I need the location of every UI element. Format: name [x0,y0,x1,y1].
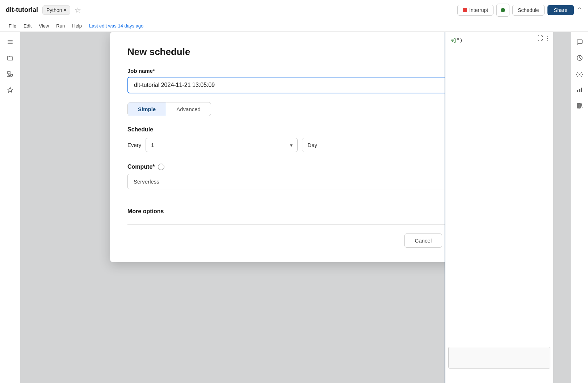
sidebar-right-comment[interactable] [573,36,586,49]
sidebar-item-star[interactable] [4,84,17,97]
menubar: File Edit View Run Help Last edit was 14… [0,20,588,32]
star-button[interactable]: ☆ [75,6,81,14]
svg-point-4 [10,74,13,76]
compute-select-wrapper: Serverless Standard Enhanced [127,174,484,189]
left-sidebar [0,32,20,383]
interrupt-icon [463,8,467,12]
sidebar-item-folder[interactable] [4,52,17,65]
svg-rect-1 [8,42,13,42]
schedule-row: Every 1 2 3 4 5 Day Hour [127,138,484,152]
language-selector[interactable]: Python ▾ [42,5,70,15]
schedule-period-select[interactable]: Day Hour Week Month [302,138,461,152]
svg-rect-7 [579,89,580,92]
tab-simple[interactable]: Simple [128,102,166,116]
language-label: Python [46,7,62,13]
svg-rect-2 [8,43,13,44]
number-select-wrapper: 1 2 3 4 5 [146,138,298,152]
menu-view[interactable]: View [36,22,52,30]
list-icon [7,38,14,47]
info-glyph: i [160,165,161,169]
topbar: dlt-tutorial Python ▾ ☆ Interrupt Schedu… [0,0,588,20]
menu-run[interactable]: Run [53,22,68,30]
svg-rect-10 [579,103,580,108]
sidebar-item-shapes[interactable] [4,68,17,81]
more-options-label: More options [127,208,164,215]
sidebar-right-chart[interactable] [573,84,586,97]
collapse-button[interactable]: ⌃ [577,6,582,14]
sidebar-item-list[interactable] [4,36,17,49]
app-title: dlt-tutorial [6,6,38,14]
schedule-section-label: Schedule [127,126,484,133]
right-sidebar: {x} [571,32,588,383]
code-panel: e}") ⛶ ⋮ [445,32,553,383]
svg-rect-9 [578,103,579,108]
output-area [448,347,550,369]
menu-edit[interactable]: Edit [21,22,34,30]
compute-label-row: Compute* i [127,164,484,170]
cancel-button[interactable]: Cancel [404,233,442,248]
schedule-number-select[interactable]: 1 2 3 4 5 [146,138,298,152]
compute-label: Compute* [127,164,155,170]
compute-info-icon[interactable]: i [158,164,164,170]
history-icon [576,54,583,63]
share-button[interactable]: Share [547,5,574,15]
center-content: New schedule Job name* Simple Advanced S… [20,32,571,383]
compute-select[interactable]: Serverless Standard Enhanced [127,174,484,189]
status-dot-button[interactable] [496,4,509,17]
interrupt-label: Interrupt [469,7,488,13]
chart-icon [576,86,583,95]
interrupt-button[interactable]: Interrupt [457,5,494,16]
code-green-text: e} [451,38,457,43]
sidebar-right-history[interactable] [573,52,586,65]
tab-advanced[interactable]: Advanced [166,102,211,116]
status-indicator [501,8,505,12]
sidebar-right-variable[interactable]: {x} [573,68,586,81]
code-panel-actions: ⛶ ⋮ [537,35,550,42]
sidebar-right-library[interactable] [573,100,586,113]
star-icon [7,86,14,95]
menu-file[interactable]: File [6,22,19,30]
menu-help[interactable]: Help [69,22,85,30]
every-label: Every [127,142,141,148]
job-name-label: Job name* [127,68,484,74]
new-schedule-modal: New schedule Job name* Simple Advanced S… [110,32,501,262]
modal-overlay: New schedule Job name* Simple Advanced S… [20,32,571,383]
more-options-row[interactable]: More options ⌄ [127,201,484,222]
expand-button[interactable]: ⛶ [537,35,543,42]
more-button[interactable]: ⋮ [545,35,550,42]
variable-icon: {x} [576,72,584,77]
modal-title: New schedule [127,46,484,58]
comment-icon [576,38,583,47]
code-quote: ") [457,38,463,43]
svg-rect-3 [8,71,10,74]
shapes-icon [7,70,14,79]
topbar-right: Interrupt Schedule Share ⌃ [457,4,582,17]
svg-rect-8 [581,88,582,92]
main-layout: New schedule Job name* Simple Advanced S… [0,32,588,383]
library-icon [576,102,583,111]
modal-footer: Cancel Create [127,224,484,248]
schedule-button[interactable]: Schedule [512,5,544,16]
folder-icon [7,54,14,63]
job-name-input[interactable] [127,77,484,93]
period-select-wrapper: Day Hour Week Month [302,138,461,152]
svg-rect-0 [8,40,13,41]
last-edit-label: Last edit was 14 days ago [89,23,143,29]
svg-rect-6 [577,90,578,92]
language-chevron: ▾ [64,7,66,13]
tab-switcher: Simple Advanced [127,102,211,116]
